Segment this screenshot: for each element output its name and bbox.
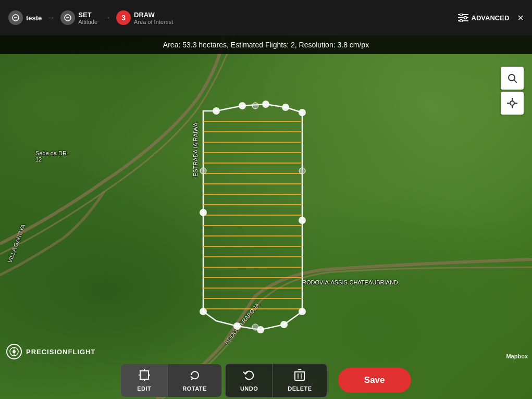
mapbox-label: Mapbox: [506, 353, 528, 359]
logo: PRECISIONFLIGHT: [6, 344, 95, 359]
undo-delete-group: UNDO DELETE: [225, 363, 328, 398]
rotate-icon: [189, 369, 201, 383]
svg-point-9: [460, 20, 462, 22]
map-container[interactable]: Sede da DR-12 ESTRADA IAIRAIWA RODOVIA-A…: [0, 35, 532, 399]
svg-point-48: [510, 101, 514, 105]
step-teste-label: teste: [26, 14, 42, 22]
top-navigation: teste → SET Altitude → 3 DRAW Area of In…: [0, 0, 532, 35]
step-teste-icon: [8, 10, 23, 25]
step-draw[interactable]: 3 DRAW Area of Interest: [116, 10, 173, 25]
bottom-toolbar: EDIT ROTATE UNDO: [0, 361, 532, 399]
map-controls: [501, 67, 524, 115]
edit-rotate-group: EDIT ROTATE: [121, 364, 221, 397]
svg-rect-62: [295, 372, 304, 380]
step-set-altitude[interactable]: SET Altitude: [60, 10, 97, 25]
logo-text: PRECISIONFLIGHT: [26, 348, 95, 356]
advanced-button[interactable]: ADVANCED: [458, 14, 510, 22]
step-draw-icon: 3: [116, 10, 131, 25]
svg-point-8: [464, 17, 466, 19]
svg-point-54: [13, 350, 16, 353]
nav-right: ADVANCED ×: [458, 12, 524, 24]
edit-button[interactable]: EDIT: [121, 364, 168, 397]
undo-button[interactable]: UNDO: [226, 364, 273, 397]
svg-rect-57: [140, 371, 149, 379]
rotate-button[interactable]: ROTATE: [168, 364, 221, 397]
nav-arrow-2: →: [103, 13, 111, 22]
step-set-label: SET Altitude: [78, 11, 97, 25]
step-teste[interactable]: teste: [8, 10, 42, 25]
svg-line-47: [514, 80, 517, 83]
close-button[interactable]: ×: [517, 12, 524, 24]
svg-point-7: [460, 14, 462, 16]
edit-label: EDIT: [137, 385, 151, 392]
info-bar: Area: 53.3 hectares, Estimated Flights: …: [0, 35, 532, 54]
delete-button[interactable]: DELETE: [273, 364, 326, 397]
logo-icon: [6, 344, 22, 359]
delete-icon: [294, 369, 305, 383]
locate-button[interactable]: [501, 92, 524, 115]
save-button[interactable]: Save: [338, 368, 411, 393]
rotate-label: ROTATE: [182, 385, 207, 392]
undo-icon: [243, 369, 255, 383]
delete-label: DELETE: [288, 385, 312, 392]
info-text: Area: 53.3 hectares, Estimated Flights: …: [163, 41, 369, 49]
search-button[interactable]: [501, 67, 524, 90]
nav-arrow-1: →: [47, 13, 55, 22]
step-set-icon: [60, 10, 75, 25]
step-draw-label: DRAW Area of Interest: [134, 11, 173, 25]
undo-label: UNDO: [240, 385, 258, 392]
edit-icon: [139, 369, 150, 383]
